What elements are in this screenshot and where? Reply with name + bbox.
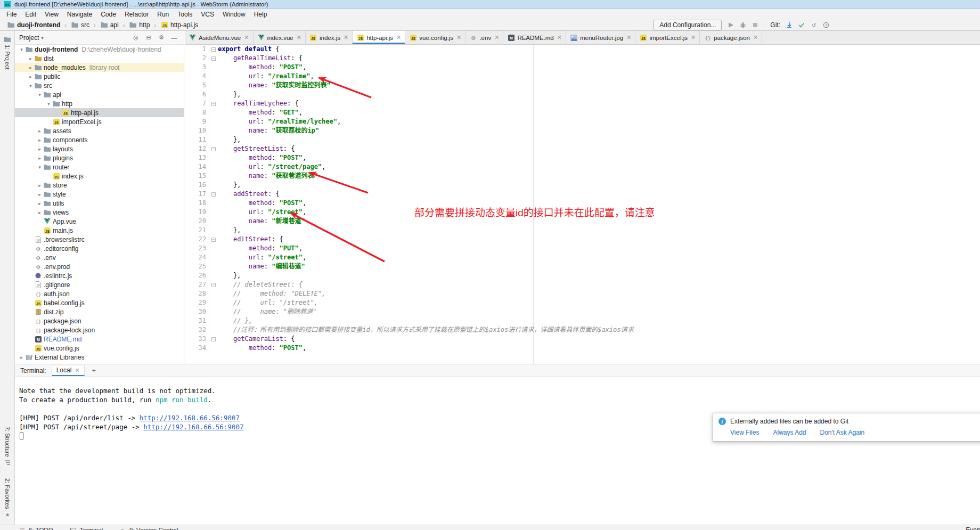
menu-tools[interactable]: Tools (173, 10, 197, 19)
chevron-down-icon[interactable]: ▾ (45, 101, 52, 107)
tree-item-public[interactable]: ▸public (15, 72, 184, 81)
menu-window[interactable]: Window (218, 10, 250, 19)
tree-item-external-libraries[interactable]: ▸External Libraries (15, 353, 184, 362)
code-editor[interactable]: 1−export default {2− getRealTimeList: {3… (185, 45, 980, 364)
history-icon[interactable] (822, 21, 830, 29)
tree-item-http-api-js[interactable]: JShttp-api.js (15, 108, 184, 117)
play-icon[interactable] (726, 21, 734, 29)
revert-icon[interactable]: ↺ (810, 21, 818, 29)
tree-item-duoji-frontend[interactable]: ▾duoji-frontendD:\zheheWeb\duoji-fronten… (15, 45, 184, 54)
terminal-link[interactable]: http://192.168.66.56:9007 (143, 423, 243, 431)
tree-item-importexcel-js[interactable]: JSimportExcel.js (15, 117, 184, 126)
tree-item-api[interactable]: ▾api (15, 90, 184, 99)
tree-item-browserslistrc[interactable]: .browserslistrc (15, 235, 184, 244)
settings-gear-icon[interactable]: ⚙ (156, 34, 167, 41)
tab-menurouter-jpg[interactable]: menuRouter.jpg✕ (566, 31, 635, 44)
chevron-right-icon[interactable]: ▸ (27, 74, 34, 79)
stop-icon[interactable] (751, 21, 759, 29)
chevron-right-icon[interactable]: ▸ (36, 146, 43, 152)
breadcrumb-item-api[interactable]: api (99, 21, 120, 29)
tree-item-eslintrc-js[interactable]: .eslintrc.js (15, 271, 184, 280)
tree-item-style[interactable]: ▸style (15, 190, 184, 199)
fold-icon[interactable]: − (209, 99, 217, 108)
chevron-right-icon[interactable]: ▸ (36, 192, 43, 197)
tree-item-components[interactable]: ▸components (15, 135, 184, 144)
tree-item-router[interactable]: ▾router (15, 162, 184, 172)
tool-button-7-structure[interactable]: 7: Structure (3, 425, 11, 469)
git-commit-icon[interactable] (797, 21, 805, 29)
menu-refactor[interactable]: Refactor (120, 10, 153, 19)
chevron-right-icon[interactable]: ▸ (36, 137, 43, 143)
tree-item-assets[interactable]: ▸assets (15, 126, 184, 135)
fold-icon[interactable]: − (209, 335, 217, 344)
tab-http-api-js[interactable]: JShttp-api.js✕ (353, 31, 405, 44)
hide-panel-icon[interactable]: — (169, 35, 179, 41)
close-icon[interactable]: ✕ (244, 34, 249, 41)
tree-item-editorconfig[interactable]: ⚙.editorconfig (15, 244, 184, 253)
tree-item-utils[interactable]: ▸utils (15, 199, 184, 208)
tree-item-babel-config-js[interactable]: JSbabel.config.js (15, 298, 184, 307)
close-icon[interactable]: ✕ (626, 34, 631, 41)
chevron-right-icon[interactable]: ▸ (18, 355, 25, 360)
tree-item-env[interactable]: ⚙.env (15, 253, 184, 262)
tree-item-store[interactable]: ▸store (15, 181, 184, 190)
breadcrumb-item-http[interactable]: http (127, 21, 151, 29)
tree-item-node-modules[interactable]: ▸node_moduleslibrary root (15, 63, 184, 72)
tree-item-app-vue[interactable]: App.vue (15, 217, 184, 226)
tree-item-auth-json[interactable]: {}auth.json (15, 289, 184, 298)
chevron-down-icon[interactable]: ▾ (18, 47, 25, 52)
event-log-button[interactable]: Event Log (961, 525, 980, 530)
terminal-tab-local[interactable]: Local ✕ (52, 365, 85, 376)
chevron-right-icon[interactable]: ▸ (36, 156, 43, 161)
close-icon[interactable]: ✕ (75, 367, 79, 374)
chevron-right-icon[interactable]: ▸ (36, 128, 43, 134)
close-icon[interactable]: ✕ (557, 34, 562, 41)
menu-code[interactable]: Code (96, 10, 120, 19)
status-terminal[interactable]: Terminal (69, 525, 103, 530)
menu-edit[interactable]: Edit (21, 10, 40, 19)
tree-item-plugins[interactable]: ▸plugins (15, 153, 184, 162)
tab-package-json[interactable]: {}package.json✕ (700, 31, 762, 44)
tree-item-package-lock-json[interactable]: {}package-lock.json (15, 325, 184, 335)
tab-env[interactable]: ⚙.env✕ (466, 31, 503, 44)
tab-readme-md[interactable]: MREADME.md✕ (503, 31, 566, 44)
chevron-down-icon[interactable]: ▾ (27, 83, 34, 88)
locate-file-icon[interactable]: ◎ (130, 34, 141, 41)
collapse-all-icon[interactable]: ⊟ (143, 34, 154, 41)
breadcrumb-item-src[interactable]: src (69, 21, 91, 29)
tree-item-env-prod[interactable]: ⚙.env.prod (15, 262, 184, 271)
notification-action-always-add[interactable]: Always Add (773, 429, 806, 436)
notification-action-don-t-ask-again[interactable]: Don't Ask Again (820, 429, 865, 436)
menu-file[interactable]: File (2, 10, 21, 19)
notification-action-view-files[interactable]: View Files (730, 429, 759, 436)
fold-icon[interactable]: − (209, 280, 217, 289)
chevron-down-icon[interactable]: ▾ (41, 35, 44, 40)
tree-item-layouts[interactable]: ▸layouts (15, 144, 184, 153)
fold-icon[interactable]: − (209, 190, 217, 199)
menu-vcs[interactable]: VCS (197, 10, 218, 19)
menu-run[interactable]: Run (153, 10, 173, 19)
tree-item-dist[interactable]: ▸dist (15, 54, 184, 63)
fold-icon[interactable]: − (209, 235, 217, 244)
tree-item-dist-zip[interactable]: dist.zip (15, 307, 184, 316)
bug-icon[interactable] (739, 21, 747, 29)
breadcrumb-item-duoji-frontend[interactable]: duoji-frontend (5, 21, 62, 29)
tab-index-vue[interactable]: index.vue✕ (254, 31, 306, 44)
tool-button-project[interactable]: 1: Project (3, 33, 11, 71)
chevron-right-icon[interactable]: ▸ (36, 210, 43, 215)
tree-item-views[interactable]: ▸views (15, 208, 184, 217)
fold-icon[interactable]: − (209, 54, 217, 63)
menu-navigate[interactable]: Navigate (63, 10, 96, 19)
tree-item-main-js[interactable]: JSmain.js (15, 226, 184, 235)
close-icon[interactable]: ✕ (494, 34, 499, 41)
tab-importexcel-js[interactable]: JSimportExcel.js✕ (635, 31, 700, 44)
git-update-icon[interactable] (785, 21, 793, 29)
fold-icon[interactable]: − (209, 45, 217, 54)
close-icon[interactable]: ✕ (396, 34, 401, 41)
close-icon[interactable]: ✕ (344, 34, 348, 41)
tree-item-http[interactable]: ▾http (15, 99, 184, 108)
close-icon[interactable]: ✕ (297, 34, 301, 41)
close-icon[interactable]: ✕ (753, 34, 758, 41)
menu-view[interactable]: View (40, 10, 63, 19)
menu-help[interactable]: Help (250, 10, 272, 19)
